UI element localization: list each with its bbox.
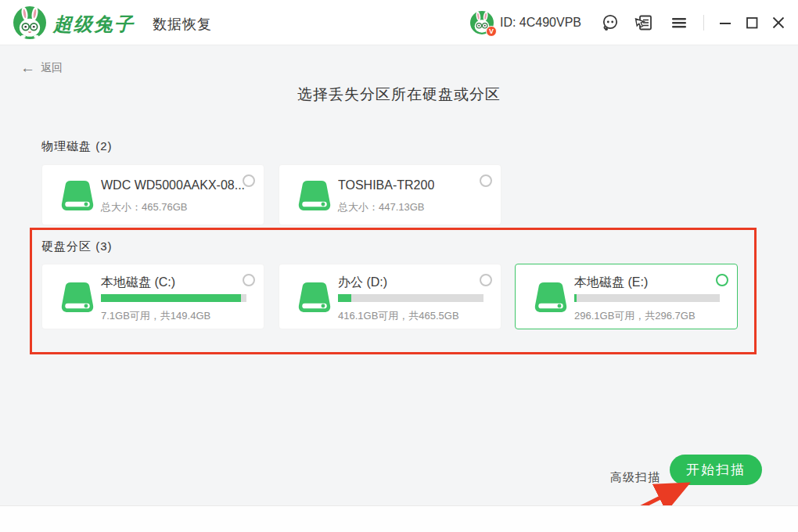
partitions-label: 硬盘分区 (3) xyxy=(41,239,113,254)
title-bar: 超级兔子 数据恢复 V ID: 4C490VPB xyxy=(0,0,798,45)
disk-radio[interactable] xyxy=(243,174,255,187)
hard-disk-icon xyxy=(59,179,95,212)
partition-card-c[interactable]: 本地磁盘 (C:) 7.1GB可用，共149.4GB xyxy=(41,264,264,329)
disk-size: 总大小：465.76GB xyxy=(101,200,188,214)
back-label: 返回 xyxy=(41,61,63,75)
hard-disk-icon xyxy=(533,281,569,314)
menu-hamburger-icon[interactable] xyxy=(669,13,689,33)
app-logo-rabbit-icon xyxy=(13,6,46,39)
advanced-scan-button[interactable]: 高级扫描 xyxy=(610,470,660,485)
usage-bar xyxy=(338,294,483,302)
back-button[interactable]: ← 返回 xyxy=(20,60,63,75)
usage-bar-fill xyxy=(101,294,241,302)
partition-usage: 7.1GB可用，共149.4GB xyxy=(101,309,210,323)
partition-radio[interactable] xyxy=(480,274,492,286)
page-title: 选择丢失分区所在硬盘或分区 xyxy=(0,84,798,105)
footer: 版本号：2.22.28.970 xyxy=(0,505,798,532)
usage-bar-fill xyxy=(338,294,351,302)
feedback-icon[interactable] xyxy=(634,13,655,33)
app-window: 超级兔子 数据恢复 V ID: 4C490VPB xyxy=(0,0,798,532)
usage-bar xyxy=(101,294,246,302)
support-headset-icon[interactable] xyxy=(600,13,620,33)
maximize-button[interactable] xyxy=(742,13,762,33)
user-id: ID: 4C490VPB xyxy=(500,16,581,30)
disk-card-toshiba[interactable]: TOSHIBA-TR200 总大小：447.13GB xyxy=(279,164,501,225)
disk-radio[interactable] xyxy=(480,174,492,187)
hard-disk-icon xyxy=(297,179,332,212)
vip-badge: V xyxy=(486,26,497,37)
minimize-button[interactable] xyxy=(715,13,735,33)
disk-card-wdc[interactable]: WDC WD5000AAKX-08... 总大小：465.76GB xyxy=(41,164,264,225)
partition-name: 本地磁盘 (C:) xyxy=(101,275,175,291)
partition-card-d[interactable]: 办公 (D:) 416.1GB可用，共465.5GB xyxy=(279,264,501,329)
user-avatar[interactable]: V xyxy=(470,11,494,34)
disk-name: TOSHIBA-TR200 xyxy=(338,178,434,192)
disk-name: WDC WD5000AAKX-08... xyxy=(101,178,245,192)
back-arrow-icon: ← xyxy=(20,60,35,75)
partition-card-e[interactable]: 本地磁盘 (E:) 296.1GB可用，共296.7GB xyxy=(515,264,738,329)
partition-usage: 416.1GB可用，共465.5GB xyxy=(338,309,459,323)
partition-usage: 296.1GB可用，共296.7GB xyxy=(574,309,696,323)
partition-radio[interactable] xyxy=(243,274,255,286)
partition-name: 办公 (D:) xyxy=(338,275,387,291)
disk-size: 总大小：447.13GB xyxy=(338,200,425,214)
usage-bar-fill xyxy=(574,294,577,302)
product-name: 数据恢复 xyxy=(153,15,212,34)
partition-radio[interactable] xyxy=(716,274,728,286)
usage-bar xyxy=(574,294,720,302)
hard-disk-icon xyxy=(59,281,95,314)
start-scan-button[interactable]: 开始扫描 xyxy=(670,455,762,485)
header-divider xyxy=(703,15,704,31)
hard-disk-icon xyxy=(297,281,332,314)
close-button[interactable] xyxy=(768,13,789,33)
partition-name: 本地磁盘 (E:) xyxy=(574,275,648,291)
physical-disks-label: 物理磁盘 (2) xyxy=(41,139,113,154)
brand-name: 超级兔子 xyxy=(53,12,135,37)
